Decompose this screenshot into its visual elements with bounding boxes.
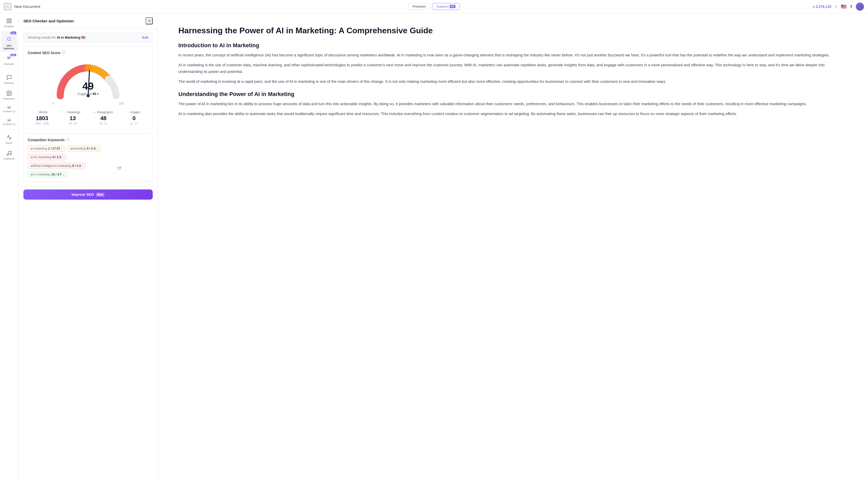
seo-new-badge: New [10,32,16,34]
topbar: ← New Document Premium Superior 6X ♦ 2,2… [0,0,868,13]
keyword-ai-for-marketing: ai for marketing 0 / 1-3 ↑ [28,154,66,161]
sidebar-item-label-audiosonic: Audiosonic [3,157,14,160]
results-keyword: AI in Marketing [57,36,81,39]
keywords-row-1: ai marketing 1 / 17-27 ↑ aimarketing 0 /… [28,145,148,152]
back-button[interactable]: ← [4,3,11,10]
gauge-wrapper: 49 Suggested 65 + [53,60,124,101]
keyword-aimarketing: aimarketing 0 / 1-3 ↑ [67,145,101,152]
gauge-number: 49 [77,81,99,91]
article-section-2-p1: The power of AI in marketing lies in its… [178,101,848,107]
article-section-2-p2: AI in marketing also provides the abilit… [178,110,848,117]
ai-writer-5-icon: v5 [6,105,11,109]
back-icon: ← [6,4,10,9]
keywords-section: Competitor Keywords ⓘ ai marketing 1 / 1… [23,133,153,182]
article-section-1-heading: Introduction to AI in Marketing [178,42,848,49]
svg-point-6 [8,92,9,93]
images-arrow-icon: ↑ [128,111,129,114]
article-section-1-p2: AI in marketing is the use of customer d… [178,62,848,75]
sidebar-item-audiosonic[interactable]: Audiosonic [1,148,17,162]
paragraphs-range: 15 - 21 [89,122,118,125]
sidebar-item-keywords[interactable]: Keywords New [1,53,17,68]
photosonic-icon [6,90,13,97]
premium-button[interactable]: Premium [408,3,430,10]
article-section-2-heading: Understanding the Power of AI in Marketi… [178,91,848,98]
seo-panel-title: SEO Checker and Optimizer [23,19,74,23]
seo-panel-close-button[interactable]: ✕ [146,17,153,24]
seo-panel: SEO Checker and Optimizer ✕ Showing resu… [18,13,158,481]
svg-point-7 [7,154,8,155]
topbar-right: ♦ 2,276,133 ✓ 🇺🇸 ⬆ [813,3,864,11]
results-flag: 🇺🇸 [81,36,85,39]
seo-panel-header: SEO Checker and Optimizer ✕ [18,13,158,29]
headings-range: 18 - 24 [58,122,87,125]
headings-arrow-icon: ↑ [65,111,67,114]
keywords-new-badge: New [10,54,16,56]
paragraphs-value: 48 [89,115,118,122]
sidebar-item-seo-optimizer[interactable]: 49 SEOOptimizer New [1,31,17,52]
score-info-icon[interactable]: ⓘ [62,51,66,55]
sidebar-item-photosonic[interactable]: Photosonic [1,88,17,102]
share-icon[interactable]: ⬆ [849,4,853,9]
sidebar-item-label-photosonic: Photosonic [3,98,15,100]
sidebar-item-ai-writer-5[interactable]: v5 AI Writer 5.0 [1,103,17,115]
topbar-center: Premium Superior 6X [408,3,460,10]
check-icon: ✓ [834,4,838,9]
improve-seo-label: Improve SEO [72,193,94,197]
sidebar: Templates 49 SEOOptimizer New Keywords N… [0,13,18,481]
sidebar-item-brand[interactable]: Brand [1,132,17,147]
beta-badge: Beta [96,193,105,197]
stat-images: ↑ Images 0 12 - 17 [120,110,148,125]
sidebar-item-label-brand: Brand [6,142,12,145]
improve-seo-button[interactable]: Improve SEO Beta [23,189,153,200]
sidebar-item-label-ai-writer-4: AI Writer 4.0 [3,123,16,126]
sidebar-item-label-keywords: Keywords [4,63,14,66]
stat-paragraphs-label: ✓ Paragraphs [89,110,118,114]
sidebar-item-label-chatsonic: Chatsonic [4,82,14,85]
svg-rect-2 [7,21,8,23]
score-section: Content SEO Score ⓘ [23,46,153,129]
sidebar-item-label-templates: Templates [4,25,14,28]
article-title: Harnessing the Power of AI in Marketing:… [178,25,848,36]
svg-rect-1 [9,19,11,20]
stat-words-label: ↑ Words [28,110,56,114]
keyword-ai-marketing: ai marketing 1 / 17-27 ↑ [28,145,65,152]
superior-button[interactable]: Superior 6X [432,3,460,10]
article-section-1-p1: In recent years, the concept of artifici… [178,52,848,58]
chatsonic-icon [6,74,13,81]
gauge-label-max: 100 [118,102,123,105]
paragraphs-check-icon: ✓ [94,111,96,114]
keywords-grid: ai marketing 1 / 17-27 ↑ aimarketing 0 /… [28,145,148,178]
svg-rect-0 [7,19,8,20]
keyword-artificial-intelligence-marketing: artificial intelligence marketing 0 / 1-… [28,163,86,169]
keyword-ai-in-marketing: ai in marketing 15 / 3-7 ✓ [28,171,68,178]
keywords-header: Competitor Keywords ⓘ [28,138,148,142]
article-section-1-p3: The world of marketing is evolving at a … [178,78,848,85]
avatar[interactable] [856,3,864,11]
stat-images-label: ↑ Images [120,110,148,114]
sidebar-item-chatsonic[interactable]: Chatsonic [1,72,17,87]
sidebar-item-ai-writer-4[interactable]: v4 AI Writer 4.0 [1,116,17,128]
gauge-score: 49 Suggested 65 + [77,81,99,96]
gauge-labels: 0 100 [53,102,124,105]
images-value: 0 [120,115,148,122]
sidebar-item-templates[interactable]: Templates [1,15,17,30]
edit-button[interactable]: Edit [142,36,148,39]
ai-writer-4-icon: v4 [6,118,11,122]
svg-point-4 [7,37,10,40]
sidebar-item-label-seo: SEOOptimizer [4,44,14,50]
content-area: Harnessing the Power of AI in Marketing:… [158,13,868,481]
keywords-title: Competitor Keywords [28,138,65,142]
improve-btn-container: Improve SEO Beta [18,186,158,203]
keywords-info-icon[interactable]: ⓘ [66,138,70,142]
words-range: 2010 - 2660 [28,122,56,125]
credits-display: ♦ 2,276,133 [813,5,831,9]
close-icon: ✕ [148,19,151,23]
stat-words: ↑ Words 1803 2010 - 2660 [28,110,56,125]
templates-icon [6,17,13,24]
stat-headings: ↑ Headings 13 18 - 24 [58,110,87,125]
score-header: Content SEO Score ⓘ [28,51,148,55]
seo-panel-body: Showing results for AI in Marketing 🇺🇸 E… [18,29,158,186]
seo-optimizer-icon [5,35,13,43]
results-text: Showing results for AI in Marketing 🇺🇸 [28,36,85,39]
brand-icon [6,134,13,141]
